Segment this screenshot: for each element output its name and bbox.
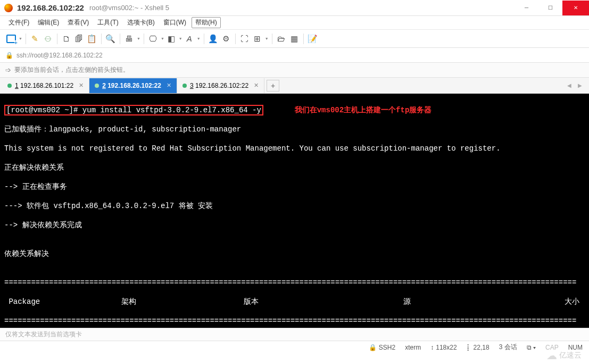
disconnect-button[interactable]: ⦵: [42, 33, 54, 45]
dropdown-arrow-icon[interactable]: ▼: [179, 37, 182, 40]
window-title-main: 192.168.26.102:22: [17, 3, 84, 12]
status-protocol: 🔒 SSH2: [369, 344, 395, 351]
separator: [101, 34, 102, 44]
terminal[interactable]: [root@vms002 ~]# yum install vsftpd-3.0.…: [0, 94, 589, 328]
status-termtype: xterm: [405, 344, 421, 351]
separator: [120, 34, 120, 44]
find-button[interactable]: 🔍: [105, 33, 117, 45]
layout-button[interactable]: ⊞: [252, 33, 263, 45]
lock-icon: 🔒: [5, 52, 13, 59]
tab-3[interactable]: 3 192.168.26.102:22 ✕: [177, 78, 264, 93]
new-session-button[interactable]: [5, 33, 17, 45]
tab-close-icon[interactable]: ✕: [167, 82, 171, 89]
compose-placeholder: 仅将文本发送到当前选项卡: [5, 330, 82, 339]
terminal-output: ---> 软件包 vsftpd.x86_64.0.3.0.2-9.el7 将被 …: [4, 201, 585, 211]
maximize-button[interactable]: ☐: [538, 1, 562, 15]
menu-tab[interactable]: 选项卡(B): [124, 16, 158, 29]
tab-prev-button[interactable]: ◀: [565, 81, 574, 90]
fullscreen-button[interactable]: ⛶: [239, 33, 251, 45]
transfer-button[interactable]: 🗁: [276, 33, 287, 45]
status-dot-icon: [182, 84, 187, 88]
menu-view[interactable]: 查看(V): [64, 16, 92, 29]
menubar: 文件(F) 编辑(E) 查看(V) 工具(T) 选项卡(B) 窗口(W) 帮助(…: [0, 16, 589, 30]
window-controls: ─ ☐ ✕: [515, 1, 589, 15]
tab-bar: 1 192.168.26.101:22 ✕ 2 192.168.26.102:2…: [0, 78, 589, 94]
status-sessions-icon[interactable]: ⧉ ▾: [527, 344, 536, 351]
separator: [303, 34, 304, 44]
reconnect-button[interactable]: ✎: [29, 33, 41, 45]
status-dimensions: ↕ 118x22: [430, 344, 457, 351]
compose-button[interactable]: 📝: [307, 33, 319, 45]
menu-edit[interactable]: 编辑(E): [35, 16, 62, 29]
menu-help[interactable]: 帮助(H): [192, 17, 221, 28]
user-button[interactable]: 👤: [208, 33, 219, 45]
menu-window[interactable]: 窗口(W): [160, 16, 189, 29]
tab-add-button[interactable]: +: [267, 80, 279, 92]
terminal-output: 正在解决依赖关系: [4, 163, 585, 172]
color-button[interactable]: ◧: [165, 33, 177, 45]
settings-button[interactable]: ⚙: [220, 33, 232, 45]
tab-label: 192.168.26.102:22: [107, 82, 161, 89]
terminal-prompt: [root@vms002 ~]#: [6, 106, 78, 114]
table-header: Package 架构 版本 源 大小: [4, 297, 585, 307]
cloud-icon: ☁: [546, 349, 557, 362]
dropdown-arrow-icon[interactable]: ▼: [265, 37, 269, 40]
toolbar: ▼ ✎ ⦵ 🗋 🗐 📋 🔍 🖶 ▼ 🖵 ▼ ◧ ▼ A ▼ 👤 ⚙ ⛶ ⊞ ▼ …: [0, 30, 589, 48]
tab-index: 3: [190, 82, 194, 89]
menu-file[interactable]: 文件(F): [5, 16, 32, 29]
hint-text: 要添加当前会话，点击左侧的箭头按钮。: [14, 65, 129, 75]
menu-tools[interactable]: 工具(T): [94, 16, 121, 29]
col-version: 版本: [244, 297, 403, 307]
status-dot-icon: [7, 84, 12, 88]
tab-next-button[interactable]: ▶: [575, 81, 585, 90]
col-arch: 架构: [121, 297, 244, 307]
dropdown-arrow-icon[interactable]: ▼: [19, 37, 22, 40]
dropdown-arrow-icon[interactable]: ▼: [137, 37, 140, 40]
tile-button[interactable]: ▦: [288, 33, 300, 45]
titlebar: 192.168.26.102:22 root@vms002:~ - Xshell…: [0, 0, 589, 16]
hint-bar: ➩ 要添加当前会话，点击左侧的箭头按钮。: [0, 63, 589, 78]
tab-index: 1: [15, 82, 19, 89]
terminal-divider: ========================================…: [4, 278, 585, 287]
terminal-output: 依赖关系解决: [4, 249, 585, 259]
tab-2[interactable]: 2 192.168.26.102:22 ✕: [89, 78, 177, 93]
status-dot-icon: [95, 84, 99, 88]
watermark-text: 亿速云: [559, 351, 582, 360]
tab-nav: ◀ ▶: [565, 81, 589, 90]
dropdown-arrow-icon[interactable]: ▼: [161, 37, 164, 40]
tab-close-icon[interactable]: ✕: [254, 82, 259, 89]
minimize-button[interactable]: ─: [515, 1, 538, 15]
terminal-command: yum install vsftpd-3.0.2-9.el7.x86_64 -y: [82, 106, 261, 114]
dropdown-arrow-icon[interactable]: ▼: [197, 37, 201, 40]
compose-bar[interactable]: 仅将文本发送到当前选项卡: [0, 328, 589, 341]
col-size: 大小: [531, 297, 585, 307]
terminal-output: --> 正在检查事务: [4, 182, 585, 192]
terminal-divider: ========================================…: [4, 316, 585, 326]
address-bar: 🔒 ssh://root@192.168.26.102:22: [0, 48, 589, 63]
terminal-output: This system is not registered to Red Hat…: [4, 144, 585, 153]
paste-button[interactable]: 📋: [86, 33, 98, 45]
address-text[interactable]: ssh://root@192.168.26.102:22: [16, 52, 103, 59]
tab-label: 192.168.26.102:22: [195, 82, 248, 89]
tab-index: 2: [102, 82, 106, 89]
close-button[interactable]: ✕: [562, 1, 589, 15]
separator: [204, 34, 204, 44]
add-session-arrow-icon[interactable]: ➩: [5, 66, 11, 74]
font-button[interactable]: A: [184, 33, 195, 45]
separator: [144, 34, 144, 44]
tab-close-icon[interactable]: ✕: [79, 82, 84, 89]
col-repo: 源: [403, 297, 531, 307]
col-package: Package: [4, 297, 121, 307]
terminal-output: 已加载插件：langpacks, product-id, subscriptio…: [4, 125, 585, 134]
copy-button[interactable]: 🗐: [73, 33, 85, 45]
screen-button[interactable]: 🖵: [147, 33, 159, 45]
print-button[interactable]: 🖶: [123, 33, 135, 45]
tab-1[interactable]: 1 192.168.26.101:22 ✕: [2, 78, 89, 93]
watermark: ☁ 亿速云: [546, 349, 582, 362]
separator: [235, 34, 236, 44]
separator: [272, 34, 272, 44]
separator: [26, 34, 26, 44]
properties-button[interactable]: 🗋: [61, 33, 72, 45]
terminal-annotation: 我们在vms002主机上搭建一个ftp服务器: [295, 106, 432, 114]
app-icon: [4, 4, 13, 12]
